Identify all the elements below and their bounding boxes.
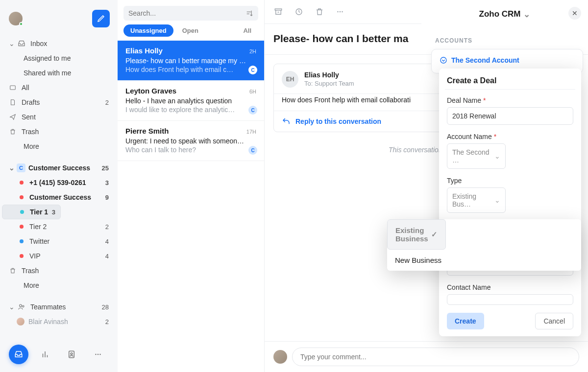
tab-open[interactable]: Open [175,24,205,37]
nav-vip[interactable]: VIP4 [2,249,116,263]
svg-point-5 [95,354,96,355]
all-icon [8,84,18,91]
teammate-item[interactable]: Blair Avinash2 [2,314,116,329]
more-button[interactable] [335,7,345,17]
assignee-badge: C [248,106,257,115]
archive-button[interactable] [273,7,283,17]
conversation-item[interactable]: Leyton Graves6H Hello - I have an analyt… [118,81,264,121]
nav-twitter[interactable]: Twitter4 [2,234,116,249]
search-input[interactable] [128,9,245,17]
sent-icon [8,114,18,120]
user-avatar[interactable] [9,12,23,25]
svg-rect-8 [275,9,282,10]
type-option-new[interactable]: New Business [387,250,581,271]
trash-icon [8,267,18,274]
analytics-dock-button[interactable] [35,345,55,364]
nav-cs[interactable]: Customer Success9 [2,190,116,205]
deal-title: Create a Deal [447,76,573,85]
status-dot [20,195,24,199]
chevron-down-icon: ⌄ [494,196,500,204]
conversation-item[interactable]: Pierre Smith17H Urgent: I need to speak … [118,121,264,161]
recipients: To: Support Team [304,80,354,87]
contact-input[interactable] [447,294,573,305]
tab-unassigned[interactable]: Unassigned [123,24,173,37]
contact-label: Contact Name [447,283,573,291]
type-label: Type [447,177,573,185]
bottom-bar [0,345,118,372]
inbox-label: Inbox [30,40,47,47]
sort-icon[interactable] [245,9,253,17]
crm-title[interactable]: Zoho CRM⌄ [479,9,531,20]
svg-point-12 [342,11,343,12]
inbox-icon [17,40,26,47]
cs-header[interactable]: ⌄ C Customer Success 25 [2,161,116,175]
contacts-dock-button[interactable] [62,345,81,364]
conversation-item[interactable]: Elias Holly2H Please- how can I better m… [118,41,264,81]
inbox-dock-button[interactable] [9,345,28,364]
chevron-circle-icon [440,56,447,64]
pencil-icon [97,15,105,23]
nav-more[interactable]: More [2,139,116,154]
account-link[interactable]: The Second Account [451,56,519,64]
nav-tier1[interactable]: Tier 13 [2,205,61,219]
status-dot [20,181,24,185]
delete-button[interactable] [315,7,324,17]
account-name-label: Account Name * [447,133,573,140]
assignee-badge: C [248,66,257,74]
svg-point-7 [99,354,100,355]
tab-all[interactable]: All [236,24,258,37]
nav-sent[interactable]: Sent [2,110,116,124]
nav-assigned[interactable]: Assigned to me [2,51,116,66]
svg-point-2 [23,305,24,307]
inbox-header[interactable]: ⌄ Inbox [2,36,116,51]
type-option-existing[interactable]: Existing Business ✓ [387,219,446,250]
chevron-down-icon: ⌄ [523,9,530,20]
svg-point-13 [441,57,446,63]
svg-point-10 [337,11,338,12]
more-dock-button[interactable] [88,345,108,364]
type-dropdown: Existing Business ✓ New Business [387,219,581,271]
nav-phone[interactable]: +1 (415) 539-02613 [2,175,116,190]
self-avatar [273,350,287,364]
divider [445,89,575,90]
deal-name-input[interactable] [447,107,573,125]
svg-point-6 [98,354,98,355]
reply-icon [282,117,291,126]
nav-tier2[interactable]: Tier 22 [2,219,116,234]
chevron-down-icon: ⌄ [8,40,16,47]
snooze-button[interactable] [294,7,304,17]
nav-all[interactable]: All [2,80,116,95]
compose-button[interactable] [92,10,110,27]
svg-point-1 [20,304,22,307]
search-box[interactable] [123,6,258,21]
account-name-select[interactable]: The Second …⌄ [447,143,506,169]
check-icon: ✓ [431,230,438,239]
cancel-button[interactable]: Cancel [535,313,573,329]
team-badge: C [17,163,25,172]
create-button[interactable]: Create [447,313,484,329]
teammates-header[interactable]: ⌄ Teammates 28 [2,300,116,314]
nav-cs-more[interactable]: More [2,278,116,293]
sidebar: ⌄ Inbox Assigned to me Shared with me Al… [0,0,118,372]
type-select[interactable]: Existing Bus…⌄ [447,187,506,213]
chevron-down-icon: ⌄ [8,303,16,311]
chevron-down-icon: ⌄ [8,164,16,172]
conversation-list: Unassigned Open All Elias Holly2H Please… [118,0,265,372]
create-deal-popover: Create a Deal Deal Name * Account Name *… [439,69,581,336]
chevron-down-icon: ⌄ [494,152,500,160]
status-dot [20,239,24,243]
svg-point-11 [340,11,341,12]
nav-drafts[interactable]: Drafts2 [2,95,116,110]
nav-shared[interactable]: Shared with me [2,66,116,80]
nav-cs-trash[interactable]: Trash [2,263,116,278]
presence-dot [19,22,23,26]
teammates-icon [17,303,26,311]
teammate-avatar [17,318,24,326]
trash-icon [8,128,18,135]
nav-trash[interactable]: Trash [2,124,116,139]
sender-avatar: EH [282,71,298,88]
svg-rect-0 [10,86,16,90]
deal-name-label: Deal Name * [447,96,573,104]
list-tabs: Unassigned Open All [118,24,264,41]
crm-close-button[interactable]: ✕ [568,7,581,20]
